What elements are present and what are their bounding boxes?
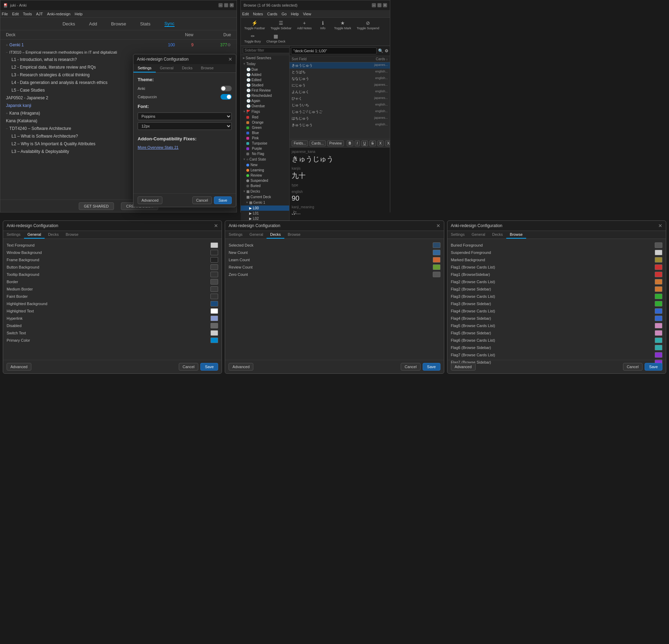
d3-tab-settings[interactable]: Settings [447,231,468,239]
color-swatch[interactable] [655,345,662,350]
sidebar-group-decks[interactable]: ▼ ▦ Decks [241,188,289,194]
font-family-select[interactable]: Poppins [138,112,232,120]
sidebar-deck-l01[interactable]: ▶ L01 [241,211,289,216]
menu-ajt[interactable]: AJT [36,12,43,16]
d1-tab-decks[interactable]: Decks [45,231,62,239]
nav-add[interactable]: Add [89,21,97,26]
d3-save-button[interactable]: Save [645,363,662,371]
d1-tab-settings[interactable]: Settings [3,231,24,239]
table-row[interactable]: よんじゅく english... [290,89,390,95]
color-swatch[interactable] [210,301,218,307]
sidebar-state-new[interactable]: New [241,162,289,168]
color-swatch[interactable] [655,272,662,277]
d2-tab-settings[interactable]: Settings [225,231,246,239]
d2-cancel-button[interactable]: Cancel [401,363,420,371]
menu-anki-redesign[interactable]: Anki-redesign [47,12,70,16]
table-row[interactable]: はちじゅう japanes... [290,115,390,122]
color-swatch[interactable] [433,264,440,270]
sidebar-deck-genki1[interactable]: ▼ ▦ Genki 1 [241,200,289,205]
sidebar-flag-red[interactable]: Red [241,115,289,120]
d2-save-button[interactable]: Save [423,363,440,371]
color-swatch[interactable] [210,272,218,277]
menu-edit[interactable]: Edit [12,12,19,16]
color-swatch[interactable] [210,257,218,263]
sidebar-state-buried[interactable]: Buried [241,183,289,188]
browse-menu-help[interactable]: Help [291,12,299,16]
underline-button[interactable]: U [361,140,368,146]
color-swatch[interactable] [433,242,440,248]
tab-decks[interactable]: Decks [178,64,197,72]
sidebar-state-learning[interactable]: Learning [241,168,289,173]
sidebar-group-flags[interactable]: ▼ 🚩 Flags [241,109,289,115]
menu-help[interactable]: Help [75,12,83,16]
sidebar-group-today[interactable]: ▼ Today [241,61,289,67]
color-swatch[interactable] [210,337,218,343]
table-row[interactable]: きゅうじゅう japanes... [290,62,390,69]
d2-tab-decks[interactable]: Decks [267,231,284,239]
color-swatch[interactable] [210,250,218,255]
color-swatch[interactable] [655,257,662,263]
color-swatch[interactable] [655,337,662,343]
toggle-mark-button[interactable]: ★ Toggle Mark [332,19,353,31]
browse-menu-edit[interactable]: Edit [242,12,249,16]
browse-search-input[interactable] [291,47,377,54]
sidebar-group-saved[interactable]: ▶ Saved Searches [241,55,289,61]
sidebar-flag-pink[interactable]: Pink [241,135,289,141]
advanced-button[interactable]: Advanced [138,196,162,204]
browse-menu-notes[interactable]: Notes [253,12,263,16]
nav-browse[interactable]: Browse [111,21,126,26]
field-value[interactable]: ぷ... [292,210,388,216]
sidebar-item-edited[interactable]: 🕐 Edited [241,77,289,83]
search-settings-icon[interactable]: ⚙ [385,48,389,53]
color-swatch[interactable] [655,316,662,321]
font-size-select[interactable]: 12px [138,122,232,130]
tab-general[interactable]: General [156,64,178,72]
sidebar-flag-green[interactable]: Green [241,125,289,130]
sub-button[interactable]: X₂ [385,140,390,146]
field-value[interactable]: 九十 [292,171,388,180]
toggle-suspend-button[interactable]: ⊘ Toggle Suspend [355,19,382,31]
sidebar-item-overdue[interactable]: 🕐 Overdue [241,103,289,109]
d1-save-button[interactable]: Save [200,363,218,371]
sidebar-flag-blue[interactable]: Blue [241,130,289,135]
preview-button[interactable]: Preview [327,140,344,146]
d1-tab-general[interactable]: General [24,231,45,239]
sidebar-item-again[interactable]: 🕐 Again [241,98,289,103]
sidebar-flag-purple[interactable]: Purple [241,146,289,151]
sidebar-deck-l00[interactable]: ▶ L00 [241,205,289,211]
toggle-fastbar-button[interactable]: ⚡ Toggle Fastbar [242,19,267,31]
table-row[interactable]: じゅうご / じゅうご english... [290,109,390,115]
save-button[interactable]: Save [214,196,232,204]
d3-cancel-button[interactable]: Cancel [623,363,643,371]
color-swatch[interactable] [210,330,218,336]
theme-catppuccin-toggle[interactable] [221,94,232,100]
sidebar-item-due[interactable]: 🕐 Due [241,67,289,72]
sidebar-group-cardstate[interactable]: ▼ ○ Card State [241,156,289,162]
toggle-sidebar-button[interactable]: ☰ Toggle Sidebar [269,19,294,31]
d1-tab-browse[interactable]: Browse [62,231,82,239]
italic-button[interactable]: I [355,140,360,146]
eraser-button[interactable]: X [377,140,384,146]
minimize-button[interactable]: ─ [218,3,223,7]
color-swatch[interactable] [433,257,440,263]
sidebar-state-suspended[interactable]: Suspended [241,178,289,183]
d1-advanced-button[interactable]: Advanced [7,363,31,371]
bold-button[interactable]: B [347,140,353,146]
sidebar-flag-orange[interactable]: Orange [241,120,289,125]
color-swatch[interactable] [433,250,440,255]
d3-tab-decks[interactable]: Decks [489,231,507,239]
browse-menu-cards[interactable]: Cards [267,12,277,16]
dialog1-close[interactable]: ✕ [214,223,218,228]
color-swatch[interactable] [655,352,662,358]
color-swatch[interactable] [655,250,662,255]
dialog3-close[interactable]: ✕ [658,223,662,228]
color-swatch[interactable] [210,264,218,270]
strikethrough-button[interactable]: S [369,140,376,146]
browse-menu-view[interactable]: View [303,12,311,16]
color-swatch[interactable] [210,308,218,314]
tab-browse[interactable]: Browse [197,64,218,72]
browse-maximize[interactable]: □ [377,3,382,7]
theme-anki-toggle[interactable] [221,86,232,91]
color-swatch[interactable] [655,294,662,299]
cards-button[interactable]: Cards... [309,140,326,146]
